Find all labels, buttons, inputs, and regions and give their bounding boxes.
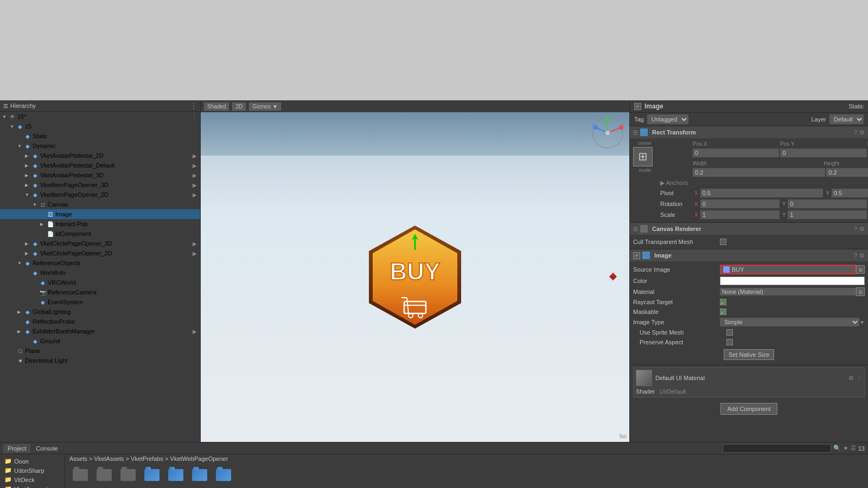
scene-2d-btn[interactable]: 2D bbox=[232, 102, 246, 111]
layer-dropdown[interactable]: Default bbox=[829, 114, 864, 124]
more-btn-opener2d[interactable]: ▶ bbox=[193, 192, 200, 198]
tree-item-ground[interactable]: ◆ Ground bbox=[0, 336, 200, 346]
tree-item-idcomponent[interactable]: 📄 IdComponent bbox=[0, 229, 200, 239]
tree-item-eventsystem[interactable]: ◆ EventSystem bbox=[0, 297, 200, 307]
asset-folder-blue1[interactable] bbox=[141, 464, 163, 486]
scene-gizmos-btn[interactable]: Gizmos ▼ bbox=[249, 102, 281, 111]
tag-dropdown[interactable]: Untagged bbox=[647, 114, 688, 124]
preserve-aspect-checkbox[interactable] bbox=[726, 339, 733, 345]
asset-folder-1[interactable] bbox=[69, 464, 91, 486]
rect-transform-header[interactable]: ☰ Rect Transform ? ⚙ bbox=[630, 126, 868, 138]
tree-item-pedestal3d[interactable]: ▶ ◆ VketAvatarPedestal_3D ▶ bbox=[0, 170, 200, 180]
cr-question-icon[interactable]: ? bbox=[854, 226, 857, 233]
tree-item-dirlight[interactable]: ☀ Directional Light bbox=[0, 356, 200, 365]
asset-folder-blue4[interactable] bbox=[213, 464, 234, 486]
material-picker-btn[interactable]: ⊙ bbox=[856, 287, 865, 296]
tree-item-refcamera[interactable]: 📷 ReferenceCamera bbox=[0, 287, 200, 297]
tree-item-15[interactable]: ▼ ◆ 15 bbox=[0, 121, 200, 131]
more-btn[interactable]: ⋮ bbox=[192, 114, 200, 120]
rt-center-btn[interactable] bbox=[633, 147, 653, 166]
width-input[interactable] bbox=[693, 168, 825, 177]
more-btn-circle3d[interactable]: ▶ bbox=[193, 241, 200, 247]
more-btn-circle2d[interactable]: ▶ bbox=[193, 251, 200, 256]
tree-item-image[interactable]: 🖼 Image bbox=[0, 209, 200, 219]
rot-x-input[interactable] bbox=[700, 200, 780, 208]
tree-item-refobjs[interactable]: ▼ ◆ ReferenceObjects bbox=[0, 258, 200, 268]
more-btn-exhibitor[interactable]: ▶ bbox=[193, 329, 200, 335]
scale-y-input[interactable] bbox=[788, 210, 867, 219]
folder-icon-udon: 📁 bbox=[4, 467, 12, 474]
scene-shaded-btn[interactable]: Shaded bbox=[204, 102, 229, 111]
sidebar-item-vketaccount[interactable]: 📁 VketAccount bbox=[0, 484, 65, 488]
rt-gear-icon[interactable]: ⚙ bbox=[859, 129, 865, 136]
source-image-picker-btn[interactable]: ⊙ bbox=[856, 265, 865, 274]
tree-item-exhibitor[interactable]: ▶ ◆ ExhibitorBoothManager ▶ bbox=[0, 326, 200, 336]
tree-item-opener2d[interactable]: ▼ ◆ VketItemPageOpener_2D ▶ bbox=[0, 190, 200, 200]
maskable-checkbox[interactable]: ✓ bbox=[720, 309, 726, 315]
posX-input[interactable] bbox=[693, 149, 779, 157]
cull-transparent-checkbox[interactable] bbox=[720, 239, 726, 245]
rt-question-icon[interactable]: ? bbox=[854, 129, 857, 136]
tree-item-dynamic[interactable]: ▼ ◆ Dynamic bbox=[0, 141, 200, 151]
scale-x-field: X bbox=[693, 210, 780, 219]
tree-item-circle3d[interactable]: ▶ ◆ VketCirclePageOpener_3D ▶ bbox=[0, 239, 200, 248]
options-icon[interactable]: ☰ bbox=[851, 445, 856, 452]
scale-x-input[interactable] bbox=[700, 210, 780, 219]
tree-item-canvas[interactable]: ▼ □ Canvas bbox=[0, 200, 200, 209]
tree-item-worldinfo[interactable]: ◆ WorldInfo bbox=[0, 268, 200, 278]
tree-item-plane[interactable]: ⬡ Plane bbox=[0, 346, 200, 356]
more-btn-opener3d[interactable]: ▶ bbox=[193, 182, 200, 188]
tree-item-static[interactable]: ◆ Static bbox=[0, 131, 200, 141]
sidebar-item-vitdeck[interactable]: 📁 VitDeck bbox=[0, 475, 65, 484]
tree-item-interactpop[interactable]: ▶ 📄 Interact-Pop bbox=[0, 219, 200, 229]
asset-folder-blue3[interactable] bbox=[189, 464, 210, 486]
sidebar-item-ooon[interactable]: 📁 Ooon bbox=[0, 457, 65, 466]
sidebar-item-udonsharp[interactable]: 📁 UdonSharp bbox=[0, 466, 65, 475]
tree-item-pedestal2d[interactable]: ▶ ◆ VketAvatarPedestal_2D ▶ bbox=[0, 151, 200, 160]
tab-console[interactable]: Console bbox=[31, 444, 62, 453]
tree-label-globallighting: GlobalLighting bbox=[33, 309, 71, 315]
asset-folder-2[interactable] bbox=[93, 464, 115, 486]
image-component-header[interactable]: ✓ Image ? ⚙ bbox=[630, 249, 868, 261]
set-native-size-btn[interactable]: Set Native Size bbox=[724, 349, 774, 360]
add-component-btn[interactable]: Add Component bbox=[720, 403, 778, 415]
asset-folder-blue2[interactable] bbox=[165, 464, 187, 486]
rot-y-input[interactable] bbox=[788, 200, 867, 208]
asset-folder-3[interactable] bbox=[117, 464, 139, 486]
image-type-dropdown[interactable]: Simple bbox=[720, 318, 859, 326]
mat-more-icon[interactable]: ⋮ bbox=[856, 375, 862, 382]
more-btn-pedestaldef[interactable]: ▶ bbox=[193, 163, 200, 169]
tree-item-circle2d[interactable]: ▶ ◆ VketCirclePageOpener_2D ▶ bbox=[0, 248, 200, 258]
img-question-icon[interactable]: ? bbox=[854, 252, 857, 259]
more-btn-pedestal2d[interactable]: ▶ bbox=[193, 153, 200, 159]
raycast-checkbox[interactable]: ✓ bbox=[720, 299, 726, 305]
img-gear-icon[interactable]: ⚙ bbox=[859, 252, 865, 259]
pivot-y-label: Y bbox=[824, 189, 831, 197]
color-field[interactable] bbox=[720, 277, 865, 285]
pivot-x-input[interactable] bbox=[700, 189, 824, 197]
tree-item-globallighting[interactable]: ▶ ◆ GlobalLighting bbox=[0, 307, 200, 317]
height-input[interactable] bbox=[826, 168, 868, 177]
mat-gear-icon[interactable]: ⚙ bbox=[848, 375, 854, 382]
star-icon[interactable]: ★ bbox=[843, 445, 848, 452]
posY-input[interactable] bbox=[780, 149, 866, 157]
tab-project[interactable]: Project bbox=[3, 444, 30, 453]
tree-item-reflectionprobe[interactable]: ◆ ReflectionProbe bbox=[0, 317, 200, 326]
component-enabled-checkbox[interactable]: ✓ bbox=[634, 103, 641, 110]
tree-label-pedestal2d: VketAvatarPedestal_2D bbox=[40, 152, 104, 159]
tree-item-root[interactable]: ▼ 👁 15* ⋮ bbox=[0, 112, 200, 121]
project-search-input[interactable] bbox=[723, 444, 831, 453]
image-enabled-checkbox[interactable]: ✓ bbox=[633, 252, 640, 259]
tree-item-vrcworld[interactable]: ◆ VRCWorld bbox=[0, 278, 200, 287]
mat-preview bbox=[636, 370, 652, 386]
gizmo-widget[interactable]: X Y Z bbox=[591, 117, 624, 150]
cr-gear-icon[interactable]: ⚙ bbox=[859, 226, 865, 233]
pivot-y-input[interactable] bbox=[832, 189, 868, 197]
canvas-renderer-header[interactable]: ☰ Canvas Renderer ? ⚙ bbox=[630, 223, 868, 235]
more-btn-pedestal3d[interactable]: ▶ bbox=[193, 172, 200, 178]
image-type-row: Image Type Simple ▼ bbox=[633, 317, 865, 328]
sprite-mesh-checkbox[interactable] bbox=[726, 329, 733, 336]
tree-item-opener3d[interactable]: ▶ ◆ VketItemPageOpener_3D ▶ bbox=[0, 180, 200, 190]
tree-item-pedestaldef[interactable]: ▶ ◆ VketAvatarPedestal_Default ▶ bbox=[0, 160, 200, 170]
hierarchy-more-icon[interactable]: ⋮ bbox=[190, 102, 197, 110]
